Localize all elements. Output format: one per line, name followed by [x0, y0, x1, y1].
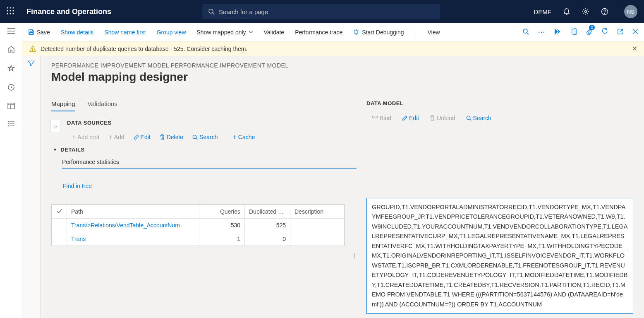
svg-point-2	[12, 7, 14, 8]
performance-table: Path Queries Duplicated que... Descripti…	[51, 204, 345, 246]
group-view-button[interactable]: Group view	[157, 29, 186, 36]
start-debugging-button[interactable]: Start Debugging	[353, 29, 404, 36]
designer-tabs: Mapping Validations	[51, 100, 357, 111]
office-icon[interactable]	[571, 28, 577, 36]
col-duplicated[interactable]: Duplicated que...	[245, 205, 290, 219]
close-icon[interactable]	[632, 29, 638, 36]
popout-icon[interactable]	[617, 29, 623, 36]
ds-search-button[interactable]: Search	[192, 134, 218, 140]
col-queries[interactable]: Queries	[199, 205, 245, 219]
svg-point-3	[7, 10, 8, 11]
show-mapped-only-button[interactable]: Show mapped only	[197, 29, 253, 36]
row-checkbox[interactable]	[52, 219, 67, 232]
warning-icon	[29, 45, 36, 53]
splitter-handle[interactable]: ‖	[352, 197, 357, 314]
more-icon[interactable]: ···	[538, 29, 546, 36]
svg-point-35	[32, 50, 33, 51]
app-launcher-icon[interactable]	[7, 7, 14, 17]
tab-validations[interactable]: Validations	[88, 100, 117, 111]
svg-rect-18	[8, 103, 14, 109]
filter-icon[interactable]	[28, 61, 35, 68]
view-button[interactable]: View	[428, 29, 440, 36]
edit-button[interactable]: Edit	[134, 134, 151, 140]
validate-button[interactable]: Validate	[264, 29, 285, 36]
tab-mapping[interactable]: Mapping	[51, 100, 75, 111]
svg-point-7	[10, 13, 11, 14]
svg-point-11	[585, 11, 587, 13]
select-all-checkbox[interactable]	[52, 205, 67, 219]
svg-line-37	[196, 138, 197, 140]
table-row[interactable]: Trans10	[52, 232, 345, 246]
home-icon[interactable]	[7, 46, 15, 53]
search-icon	[208, 8, 215, 15]
global-search[interactable]: Search for a page	[202, 4, 440, 19]
svg-point-21	[8, 122, 8, 122]
svg-point-0	[7, 7, 8, 8]
menu-toggle-icon[interactable]	[7, 28, 15, 34]
cell-duplicated: 525	[245, 219, 290, 232]
attachments-button[interactable]: 0	[586, 28, 592, 36]
sql-query-panel[interactable]: GROUPID,T1.VENDORPORTALADMINISTRATORRECI…	[366, 198, 633, 314]
workspaces-icon[interactable]	[7, 103, 15, 109]
cache-button[interactable]: +Cache	[233, 133, 255, 141]
show-name-first-button[interactable]: Show name first	[104, 29, 146, 36]
svg-point-13	[604, 13, 605, 13]
debug-icon	[353, 29, 359, 35]
bind-button: Bind	[372, 115, 391, 121]
details-heading[interactable]: ▼ DETAILS	[53, 147, 357, 153]
data-sources-heading: DATA SOURCES	[67, 120, 357, 126]
left-nav-rail	[0, 23, 22, 318]
legal-entity[interactable]: DEMF	[534, 8, 552, 15]
find-in-tree-link[interactable]: Find in tree	[63, 183, 357, 189]
data-model-heading: DATA MODEL	[366, 100, 633, 106]
svg-point-30	[523, 29, 527, 33]
svg-point-38	[467, 116, 470, 119]
svg-point-23	[8, 124, 8, 124]
recent-icon[interactable]	[7, 84, 15, 91]
dm-search-button[interactable]: Search	[466, 115, 491, 121]
col-description[interactable]: Description	[290, 205, 345, 219]
svg-line-31	[527, 33, 529, 34]
row-checkbox[interactable]	[52, 232, 67, 246]
svg-point-9	[209, 9, 213, 13]
svg-line-39	[470, 119, 471, 120]
svg-point-29	[355, 31, 358, 34]
power-automate-icon[interactable]	[555, 29, 562, 36]
modules-icon[interactable]	[7, 121, 15, 127]
user-avatar[interactable]: NS	[624, 5, 637, 18]
favorites-icon[interactable]	[7, 65, 15, 72]
notifications-icon[interactable]	[563, 8, 570, 15]
svg-rect-28	[30, 32, 33, 34]
table-row[interactable]: Trans/>Relations/VendTable_AccountNum530…	[52, 219, 345, 232]
delete-button[interactable]: Delete	[160, 134, 183, 140]
cell-description	[290, 219, 345, 232]
expand-types-panel[interactable]: ▷	[50, 120, 60, 133]
performance-trace-button[interactable]: Performance trace	[295, 29, 342, 36]
add-button: +Add	[108, 133, 124, 141]
action-search-icon[interactable]	[522, 28, 529, 36]
cell-queries: 1	[199, 232, 245, 246]
settings-icon[interactable]	[582, 8, 589, 15]
warning-text: Detected number of duplicate queries to …	[41, 46, 247, 52]
warning-close-icon[interactable]: ✕	[632, 45, 637, 53]
svg-point-5	[12, 10, 14, 11]
col-path[interactable]: Path	[67, 205, 199, 219]
svg-point-25	[8, 126, 8, 126]
help-icon[interactable]	[601, 8, 608, 15]
unbind-button: Unbind	[430, 115, 455, 121]
attachments-count: 0	[589, 25, 595, 30]
warning-banner: Detected number of duplicate queries to …	[22, 41, 644, 56]
svg-point-4	[10, 10, 11, 11]
cell-duplicated: 0	[245, 232, 290, 246]
svg-line-10	[213, 13, 214, 14]
refresh-icon[interactable]	[601, 28, 608, 36]
save-icon	[28, 29, 34, 35]
tab-performance-statistics[interactable]: Performance statistics	[62, 159, 357, 169]
add-root-button: +Add root	[72, 133, 99, 141]
show-details-button[interactable]: Show details	[61, 29, 93, 36]
action-pane: Save Show details Show name first Group …	[22, 23, 644, 41]
svg-point-1	[10, 7, 11, 8]
save-button[interactable]: Save	[28, 29, 50, 36]
dm-edit-button[interactable]: Edit	[402, 115, 419, 121]
chevron-down-icon	[249, 31, 253, 34]
